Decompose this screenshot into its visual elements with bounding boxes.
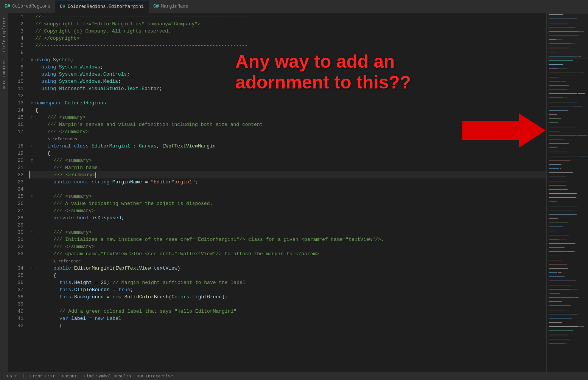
tab-editor-margin1[interactable]: C# ColoredRegions.EditorMargin1 [55,0,149,13]
tab-colored-regions[interactable]: C# ColoredRegions [0,0,55,13]
code-line-5[interactable]: //--------------------------------------… [29,42,546,49]
line-number: 24 [8,186,23,193]
code-text: using System; [35,56,73,64]
fold-indicator[interactable]: ⊟ [29,99,35,107]
code-line-16[interactable]: /// Margin's canvas and visual definitio… [29,121,546,128]
code-text: using System.Windows.Controls; [35,71,130,78]
code-line-21[interactable]: /// Margin name. [29,164,546,171]
code-line-30[interactable]: ⊟/// <summary> [29,229,546,236]
code-line-6[interactable] [29,49,546,56]
code-line-17[interactable]: /// </summary> [29,128,546,135]
code-line-33[interactable]: /// <param name="textView">The <see cref… [29,250,546,257]
line-number: 14 [8,107,23,114]
minimap[interactable] [546,13,588,372]
line-number: 26 [8,200,23,207]
fold-indicator [29,293,35,301]
fold-indicator [29,250,35,257]
code-line-7[interactable]: ⊟using System; [29,56,546,64]
code-line-26[interactable]: /// A value indicating whether the objec… [29,200,546,207]
ref-count-line[interactable]: 6 references [29,135,546,143]
line-number: 35 [8,272,23,279]
side-panel-data-sources[interactable]: Data Sources [2,59,6,89]
code-line-42[interactable]: { [29,322,546,329]
line-number: 38 [8,293,23,301]
line-number: 5 [8,42,23,49]
fold-indicator[interactable]: ⊟ [29,157,35,164]
code-line-22[interactable]: /// </summary> [29,171,546,178]
tab-margin-name[interactable]: C# MarginName [149,0,193,13]
code-line-1[interactable]: //--------------------------------------… [29,13,546,20]
zoom-level[interactable]: 106 % [3,374,19,378]
csharp-interactive[interactable]: C# Interactive [137,374,174,378]
fold-indicator[interactable]: ⊟ [29,143,35,150]
line-number: 4 [8,35,23,42]
ref-count-line[interactable]: 1 reference [29,257,546,265]
side-panel-field-explorer[interactable]: Field Explorer [2,17,6,52]
code-line-12[interactable] [29,92,546,99]
code-line-41[interactable]: var label = new Label [29,315,546,322]
code-text: /// <summary> [35,114,86,121]
code-line-25[interactable]: ⊟/// <summary> [29,193,546,200]
error-list[interactable]: Error List [29,374,57,378]
code-line-29[interactable] [29,222,546,229]
code-line-34[interactable]: ⊟public EditorMargin1(IWpfTextView textV… [29,265,546,272]
code-line-31[interactable]: /// Initializes a new instance of the <s… [29,236,546,243]
line-number: 3 [8,28,23,35]
code-line-9[interactable]: using System.Windows.Controls; [29,71,546,78]
code-line-4[interactable]: // </copyright> [29,35,546,42]
code-line-14[interactable]: { [29,107,546,114]
code-line-10[interactable]: using System.Windows.Media; [29,78,546,85]
code-line-32[interactable]: /// </summary> [29,243,546,250]
code-line-28[interactable]: private bool isDisposed; [29,214,546,222]
code-line-8[interactable]: using System.Windows; [29,64,546,71]
code-line-19[interactable]: { [29,150,546,157]
code-line-3[interactable]: // Copyright (c) Company. All rights res… [29,28,546,35]
code-line-40[interactable]: // Add a green colored label that says "… [29,308,546,315]
code-content[interactable]: //--------------------------------------… [27,13,546,372]
code-area[interactable]: 1234567891011121314151617181920212223242… [8,13,546,372]
code-line-2[interactable]: // <copyright file="EditorMargin1.cs" co… [29,20,546,28]
line-number: 9 [8,71,23,78]
fold-indicator [29,13,35,20]
fold-indicator [29,150,35,157]
code-text: // <copyright file="EditorMargin1.cs" co… [35,20,201,28]
code-line-37[interactable]: this.ClipToBounds = true; [29,286,546,293]
line-number: 12 [8,92,23,99]
code-line-15[interactable]: ⊟/// <summary> [29,114,546,121]
find-symbol-results[interactable]: Find Symbol Results [82,374,132,378]
code-text: { [35,107,38,114]
code-text: /// </summary> [36,171,96,178]
line-numbers: 1234567891011121314151617181920212223242… [8,13,27,372]
code-line-27[interactable]: /// </summary> [29,207,546,214]
code-line-18[interactable]: ⊟internal class EditorMargin1 : Canvas, … [29,143,546,150]
code-text: /// <summary> [35,229,92,236]
line-number: 8 [8,64,23,71]
fold-indicator [30,171,36,178]
output[interactable]: Output [61,374,79,378]
line-number: 32 [8,243,23,250]
fold-indicator[interactable]: ⊟ [29,114,35,121]
line-number: 37 [8,286,23,293]
tab-label: MarginName [161,4,188,9]
fold-indicator[interactable]: ⊟ [29,229,35,236]
code-line-35[interactable]: { [29,272,546,279]
code-line-36[interactable]: this.Height = 20; // Margin height suffi… [29,279,546,286]
fold-indicator [29,28,35,35]
fold-indicator[interactable]: ⊟ [29,56,35,64]
code-line-11[interactable]: using Microsoft.VisualStudio.Text.Editor… [29,85,546,92]
code-line-24[interactable] [29,186,546,193]
code-line-23[interactable]: public const string MarginName = "Editor… [29,178,546,186]
fold-indicator[interactable]: ⊟ [29,193,35,200]
code-line-13[interactable]: ⊟namespace ColoredRegions [29,99,546,107]
code-line-39[interactable] [29,301,546,308]
line-number: 19 [8,150,23,157]
main-content: Field Explorer Data Sources 123456789101… [0,13,588,372]
fold-indicator[interactable]: ⊟ [29,265,35,272]
code-line-38[interactable]: this.Background = new SolidColorBrush(Co… [29,293,546,301]
tab-label: ColoredRegions.EditorMargin1 [68,4,144,9]
code-text: { [35,272,56,279]
code-line-20[interactable]: ⊟/// <summary> [29,157,546,164]
fold-indicator [29,135,35,143]
line-number: 20 [8,157,23,164]
line-number [8,257,23,265]
